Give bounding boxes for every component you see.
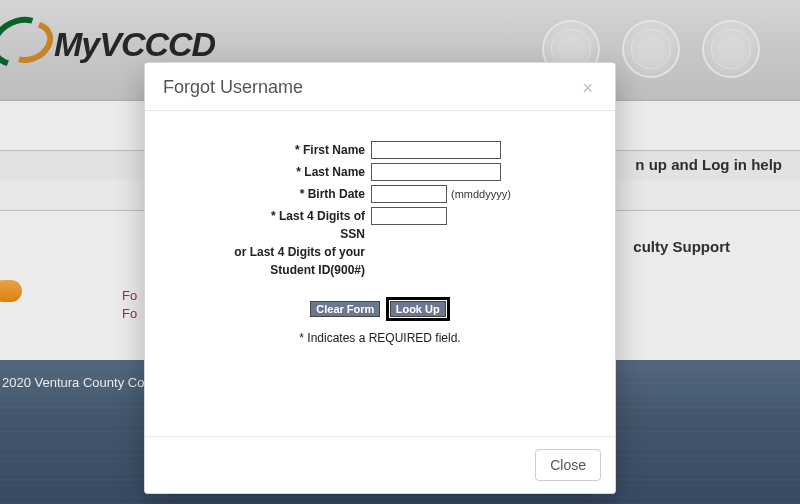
look-up-button[interactable]: Look Up <box>390 301 446 317</box>
required-field-note: * Indicates a REQUIRED field. <box>165 331 595 345</box>
lookup-highlight-box: Look Up <box>386 297 450 321</box>
ssn-label-line: * Last 4 Digits of <box>165 207 365 225</box>
modal-header: Forgot Username × <box>145 63 615 111</box>
modal-title: Forgot Username <box>163 77 303 98</box>
last-name-input[interactable] <box>371 163 501 181</box>
ssn-label: * Last 4 Digits of SSN or Last 4 Digits … <box>165 207 371 279</box>
clear-form-button[interactable]: Clear Form <box>310 301 380 317</box>
last-name-label: * Last Name <box>165 163 371 181</box>
ssn-input[interactable] <box>371 207 447 225</box>
ssn-label-line: or Last 4 Digits of your <box>165 243 365 261</box>
birth-date-hint: (mmddyyyy) <box>451 188 511 200</box>
modal-close-x-button[interactable]: × <box>578 79 597 97</box>
first-name-input[interactable] <box>371 141 501 159</box>
ssn-label-line: Student ID(900#) <box>165 261 365 279</box>
modal-body: * First Name * Last Name * Birth Date (m… <box>145 111 615 436</box>
forgot-username-modal: Forgot Username × * First Name * Last Na… <box>144 62 616 494</box>
birth-date-input[interactable] <box>371 185 447 203</box>
birth-date-label: * Birth Date <box>165 185 371 203</box>
ssn-label-line: SSN <box>165 225 365 243</box>
first-name-label: * First Name <box>165 141 371 159</box>
modal-footer: Close <box>145 436 615 493</box>
close-button[interactable]: Close <box>535 449 601 481</box>
form-button-row: Clear Form Look Up <box>165 297 595 321</box>
